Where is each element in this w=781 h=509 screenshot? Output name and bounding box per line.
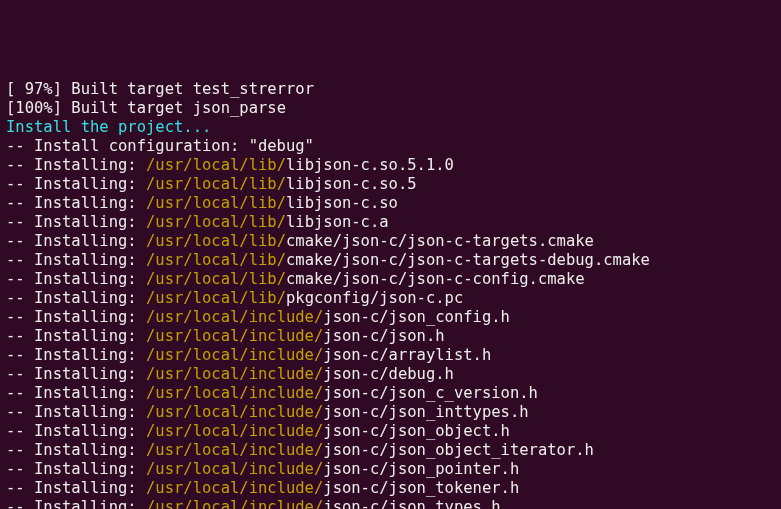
install-file: json-c/json_tokener.h [323,479,519,497]
install-file: libjson-c.a [286,213,389,231]
install-line: -- Installing: /usr/local/include/json-c… [6,365,775,384]
install-dir: /usr/local/include/ [146,327,323,345]
install-line: -- Installing: /usr/local/include/json-c… [6,460,775,479]
install-dir: /usr/local/include/ [146,422,323,440]
install-line: -- Installing: /usr/local/lib/cmake/json… [6,251,775,270]
install-line: -- Installing: /usr/local/lib/pkgconfig/… [6,289,775,308]
build-target: Built target test_strerror [62,80,314,98]
install-file: json-c/debug.h [323,365,454,383]
build-progress: [100%] [6,99,62,117]
install-dir: /usr/local/include/ [146,498,323,509]
install-file: cmake/json-c/json-c-config.cmake [286,270,585,288]
install-prefix: -- Installing: [6,460,146,478]
install-prefix: -- Installing: [6,384,146,402]
install-dir: /usr/local/include/ [146,441,323,459]
install-line: -- Installing: /usr/local/include/json-c… [6,384,775,403]
install-line: -- Installing: /usr/local/include/json-c… [6,346,775,365]
install-line: -- Installing: /usr/local/include/json-c… [6,441,775,460]
install-dir: /usr/local/lib/ [146,175,286,193]
install-line: -- Installing: /usr/local/lib/cmake/json… [6,232,775,251]
install-file: libjson-c.so.5.1.0 [286,156,454,174]
install-line: -- Installing: /usr/local/lib/libjson-c.… [6,156,775,175]
install-prefix: -- Installing: [6,156,146,174]
terminal-output: [ 97%] Built target test_strerror[100%] … [6,80,775,509]
install-prefix: -- Installing: [6,346,146,364]
install-dir: /usr/local/include/ [146,384,323,402]
install-prefix: -- Installing: [6,251,146,269]
install-file: json-c/json_types.h [323,498,500,509]
install-line: -- Installing: /usr/local/include/json-c… [6,422,775,441]
install-config: -- Install configuration: "debug" [6,137,314,155]
install-prefix: -- Installing: [6,479,146,497]
install-prefix: -- Installing: [6,403,146,421]
install-line: -- Installing: /usr/local/include/json-c… [6,308,775,327]
install-file: json-c/json_pointer.h [323,460,519,478]
install-line: -- Installing: /usr/local/include/json-c… [6,327,775,346]
install-line: -- Installing: /usr/local/lib/libjson-c.… [6,213,775,232]
install-header-line: Install the project... [6,118,775,137]
install-file: libjson-c.so.5 [286,175,417,193]
build-progress: [ 97%] [6,80,62,98]
install-file: cmake/json-c/json-c-targets-debug.cmake [286,251,650,269]
install-dir: /usr/local/include/ [146,365,323,383]
install-dir: /usr/local/lib/ [146,270,286,288]
install-file: pkgconfig/json-c.pc [286,289,463,307]
install-dir: /usr/local/include/ [146,346,323,364]
install-prefix: -- Installing: [6,441,146,459]
install-prefix: -- Installing: [6,498,146,509]
install-file: json-c/json_object.h [323,422,510,440]
build-target: Built target json_parse [62,99,286,117]
install-file: libjson-c.so [286,194,398,212]
install-file: json-c/json_c_version.h [323,384,538,402]
install-dir: /usr/local/lib/ [146,156,286,174]
install-file: cmake/json-c/json-c-targets.cmake [286,232,594,250]
install-dir: /usr/local/include/ [146,479,323,497]
install-prefix: -- Installing: [6,175,146,193]
install-dir: /usr/local/lib/ [146,251,286,269]
install-dir: /usr/local/lib/ [146,213,286,231]
install-line: -- Installing: /usr/local/lib/libjson-c.… [6,194,775,213]
install-line: -- Installing: /usr/local/lib/libjson-c.… [6,175,775,194]
install-config-line: -- Install configuration: "debug" [6,137,775,156]
install-file: json-c/json_config.h [323,308,510,326]
install-prefix: -- Installing: [6,365,146,383]
build-line: [100%] Built target json_parse [6,99,775,118]
install-file: json-c/json_object_iterator.h [323,441,594,459]
install-dir: /usr/local/lib/ [146,232,286,250]
install-dir: /usr/local/lib/ [146,194,286,212]
install-dir: /usr/local/include/ [146,460,323,478]
install-prefix: -- Installing: [6,327,146,345]
install-file: json-c/json_inttypes.h [323,403,528,421]
install-header: Install the project... [6,118,211,136]
install-prefix: -- Installing: [6,289,146,307]
build-line: [ 97%] Built target test_strerror [6,80,775,99]
install-prefix: -- Installing: [6,194,146,212]
install-line: -- Installing: /usr/local/include/json-c… [6,498,775,509]
install-prefix: -- Installing: [6,422,146,440]
install-dir: /usr/local/include/ [146,403,323,421]
install-file: json-c/json.h [323,327,444,345]
install-dir: /usr/local/lib/ [146,289,286,307]
install-dir: /usr/local/include/ [146,308,323,326]
install-line: -- Installing: /usr/local/include/json-c… [6,479,775,498]
install-prefix: -- Installing: [6,232,146,250]
install-line: -- Installing: /usr/local/lib/cmake/json… [6,270,775,289]
install-prefix: -- Installing: [6,308,146,326]
install-file: json-c/arraylist.h [323,346,491,364]
install-prefix: -- Installing: [6,270,146,288]
install-prefix: -- Installing: [6,213,146,231]
install-line: -- Installing: /usr/local/include/json-c… [6,403,775,422]
